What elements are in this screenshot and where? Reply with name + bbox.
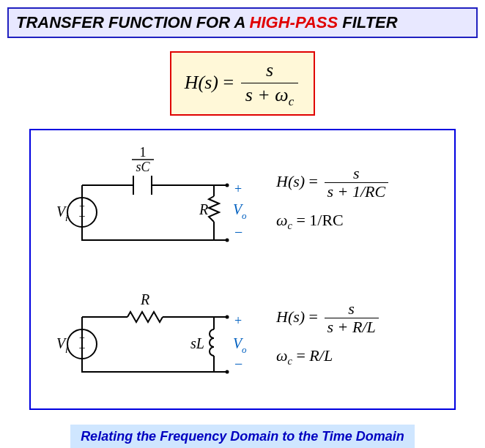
rc-wc-omega: ω [276,211,288,229]
footer-text: Relating the Frequency Domain to the Tim… [70,425,415,448]
svg-text:R: R [140,291,149,307]
svg-text:sL: sL [190,335,204,351]
rl-tf-num: s [325,300,379,318]
circuit-rl-tf: H(s) = s s + R/L [276,300,381,336]
svg-text:i: i [65,344,68,355]
formula-row: H(s) = s s + ωc [7,51,478,129]
svg-text:−: − [78,342,85,354]
formula-den: s + ωc [241,83,299,109]
rl-tf-den: s + R/L [325,318,379,336]
rc-tf-num: s [325,165,389,183]
svg-text:−: − [234,356,242,372]
title-post: FILTER [338,13,397,31]
title-pre: TRANSFER FUNCTION FOR A [16,13,250,31]
rl-tf-eq: = [305,307,322,326]
title-highlight: HIGH-PASS [250,13,338,31]
svg-text:R: R [199,201,208,217]
footer-row: Relating the Frequency Domain to the Tim… [7,425,478,448]
circuit-rc-wc: ωc = 1/RC [276,211,390,232]
formula-content: H(s) = s s + ωc [185,72,300,93]
circuits-box: 1 sC V i + − R V o + − H(s) = s s + 1/RC [29,129,456,410]
page-title: TRANSFER FUNCTION FOR A HIGH-PASS FILTER [16,13,398,31]
circuit-rl-wc: ωc = R/L [276,346,381,367]
rc-tf-den: s + 1/RC [325,183,389,201]
svg-text:+: + [234,182,242,196]
circuit-rc-svg: 1 sC V i + − R V o + − [45,145,258,262]
circuit-rl-svg: R V i + − sL V o + − [45,284,258,394]
svg-text:−: − [234,224,242,240]
rc-wc-eq: = [292,211,309,229]
formula-den-omega: ω [275,84,288,105]
svg-text:+: + [234,313,242,328]
circuit-rl-math: H(s) = s s + R/L ωc = R/L [276,300,381,378]
svg-text:o: o [242,344,247,355]
rl-tf-frac: s s + R/L [325,300,379,336]
formula-lhs: H(s) [185,72,218,93]
title-box: TRANSFER FUNCTION FOR A HIGH-PASS FILTER [7,7,478,38]
circuit-rc-row: 1 sC V i + − R V o + − H(s) = s s + 1/RC [45,145,440,262]
rl-wc-eq: = [292,346,309,365]
rc-tf-frac: s s + 1/RC [325,165,389,201]
circuit-rc-math: H(s) = s s + 1/RC ωc = 1/RC [276,165,390,243]
formula-num: s [241,60,299,83]
rl-wc-rhs: R/L [309,346,333,365]
rc-tf-lhs: H(s) [276,172,305,190]
svg-text:−: − [78,210,85,223]
svg-text:1: 1 [140,145,147,160]
rl-wc-omega: ω [276,346,288,365]
rc-wc-rhs: 1/RC [309,211,343,229]
svg-text:sC: sC [136,160,150,174]
formula-eq: = [218,72,239,93]
formula-den-sub: c [289,94,295,108]
circuit-rc-tf: H(s) = s s + 1/RC [276,165,390,201]
rc-tf-eq: = [305,172,322,190]
transfer-function-formula: H(s) = s s + ωc [170,51,315,116]
svg-text:o: o [242,210,247,221]
svg-text:i: i [65,212,68,223]
rl-tf-lhs: H(s) [276,307,305,326]
formula-frac: s s + ωc [241,60,299,108]
formula-den-left: s + [245,84,275,105]
circuit-rl-row: R V i + − sL V o + − H(s) = s s + R/L ωc… [45,284,440,394]
